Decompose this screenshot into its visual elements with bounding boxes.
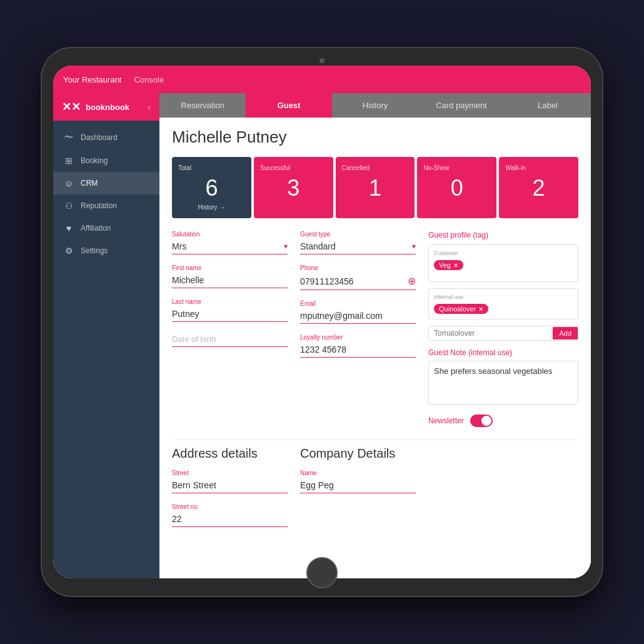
sidebar-item-dashboard[interactable]: 〜 Dashboard [53,126,159,149]
newsletter-label: Newsletter [428,416,464,425]
customer-tag-label: Customer [434,250,573,256]
sidebar-item-settings[interactable]: ⚙ Settings [53,239,159,262]
phone-value: 07911123456 [300,276,354,286]
home-button[interactable] [306,557,338,588]
newsletter-toggle[interactable] [470,415,493,427]
internal-input-row: Add [428,326,578,341]
sidebar-item-reputation[interactable]: ⚇ Reputation [53,194,159,217]
company-title: Company Details [300,446,416,461]
tab-guest[interactable]: Guest [246,93,332,118]
tab-history[interactable]: History [332,93,418,118]
internal-tag-input[interactable] [429,326,553,340]
form-col-middle: Guest type Standard Phone 07911123456 ⊕ [300,231,416,427]
company-name-input[interactable]: Egg Peg [300,478,416,493]
dob-label: Date of birth [172,335,216,344]
address-col: Address details Street Bern Street Stree… [172,446,288,537]
guest-type-label: Guest type [300,231,416,238]
form-col-left: Salutation Mrs First name Michelle [172,231,288,427]
tab-card-payment[interactable]: Card payment [418,93,505,118]
firstname-input[interactable]: Michelle [172,273,288,288]
firstname-label: First name [172,264,288,271]
form-group-loyalty: Loyalty number 1232 45678 [300,334,416,358]
phone-label: Phone [300,264,416,271]
salutation-input[interactable]: Mrs [172,239,288,254]
stat-cancelled-label: Cancelled [342,164,409,171]
tag-veg-remove[interactable]: ✕ [453,262,458,269]
sidebar-item-crm[interactable]: ☺ CRM [53,172,159,194]
sidebar-label-reputation: Reputation [81,201,117,210]
form-group-dob: Date of birth [172,332,288,347]
tag-veg-label: Veg [439,261,451,269]
content-body: Michelle Putney Total 6 History → Succes… [159,118,591,578]
stat-card-cancelled: Cancelled 1 [336,157,415,218]
sidebar-label-affiliation: Affiliation [81,224,111,233]
lastname-label: Last name [172,298,288,305]
sidebar-logo: ✕✕ booknbook ‹ [53,93,159,121]
stat-successful-label: Successful [260,164,327,171]
logo-icon: ✕✕ [62,100,81,114]
tab-reservation[interactable]: Reservation [159,93,246,118]
lastname-value: Putney [172,309,199,319]
salutation-label: Salutation [172,231,288,238]
guest-name: Michelle Putney [172,128,578,147]
guest-type-input[interactable]: Standard [300,239,416,254]
guest-note-input[interactable] [428,361,578,405]
loyalty-label: Loyalty number [300,334,416,341]
stat-total-value: 6 [178,175,245,201]
form-group-guest-type: Guest type Standard [300,231,416,254]
stat-card-total: Total 6 History → [172,157,251,218]
stat-card-noshow: No-Show 0 [417,157,496,218]
affiliation-icon: ♥ [63,223,74,233]
stat-total-label: Total [178,164,245,171]
stat-history-link[interactable]: History → [178,204,245,211]
console-label[interactable]: Console [134,75,164,84]
form-group-salutation: Salutation Mrs [172,231,288,254]
phone-input[interactable]: 07911123456 ⊕ [300,273,416,290]
form-col-profile: Guest profile (tag) Customer Veg ✕ Inter… [428,231,578,427]
sidebar-label-dashboard: Dashboard [81,133,118,142]
internal-use-box: Internal use Quinoalover ✕ [428,288,578,319]
company-col: Company Details Name Egg Peg [300,446,416,537]
form-group-company-name: Name Egg Peg [300,470,416,493]
content-area: Reservation Guest History Card payment L… [159,93,591,578]
add-tag-button[interactable]: Add [553,327,578,340]
streetno-input[interactable]: 22 [172,511,288,527]
salutation-value: Mrs [172,241,186,251]
form-group-street: Street Bern Street [172,470,288,493]
sidebar-label-settings: Settings [81,246,108,255]
tabs-bar: Reservation Guest History Card payment L… [159,93,591,118]
sidebar-item-affiliation[interactable]: ♥ Affiliation [53,217,159,239]
form-group-firstname: First name Michelle [172,264,288,288]
tag-quinoa-remove[interactable]: ✕ [478,306,483,313]
stat-card-successful: Successful 3 [254,157,333,218]
tag-veg[interactable]: Veg ✕ [434,260,463,270]
email-input[interactable]: mputney@gmail.com [300,308,416,324]
stat-noshow-value: 0 [423,175,490,201]
phone-add-icon[interactable]: ⊕ [408,275,416,287]
bottom-right-spacer [428,446,578,537]
sidebar-collapse-icon[interactable]: ‹ [148,102,151,112]
email-label: Email [300,300,416,307]
street-label: Street [172,470,288,476]
streetno-label: Street no. [172,503,288,510]
firstname-value: Michelle [172,275,204,285]
booking-icon: ⊞ [63,156,74,166]
tag-quinoa[interactable]: Quinoalover ✕ [434,304,488,314]
tab-label[interactable]: Label [505,93,591,118]
lastname-input[interactable]: Putney [172,306,288,322]
newsletter-row: Newsletter [428,415,578,427]
stat-walkin-value: 2 [505,175,572,201]
guest-note-title: Guest Note (internal use) [428,348,578,357]
address-title: Address details [172,446,288,461]
guest-type-value: Standard [300,241,336,251]
tag-quinoa-label: Quinoalover [439,305,476,313]
sidebar-item-booking[interactable]: ⊞ Booking [53,149,159,172]
dob-input[interactable]: Date of birth [172,332,288,347]
form-group-phone: Phone 07911123456 ⊕ [300,264,416,290]
company-name-value: Egg Peg [300,480,334,490]
street-input[interactable]: Bern Street [172,478,288,493]
form-group-streetno: Street no. 22 [172,503,288,527]
loyalty-input[interactable]: 1232 45678 [300,342,416,358]
restaurant-label[interactable]: Your Restaurant [63,75,121,84]
crm-icon: ☺ [63,178,74,188]
